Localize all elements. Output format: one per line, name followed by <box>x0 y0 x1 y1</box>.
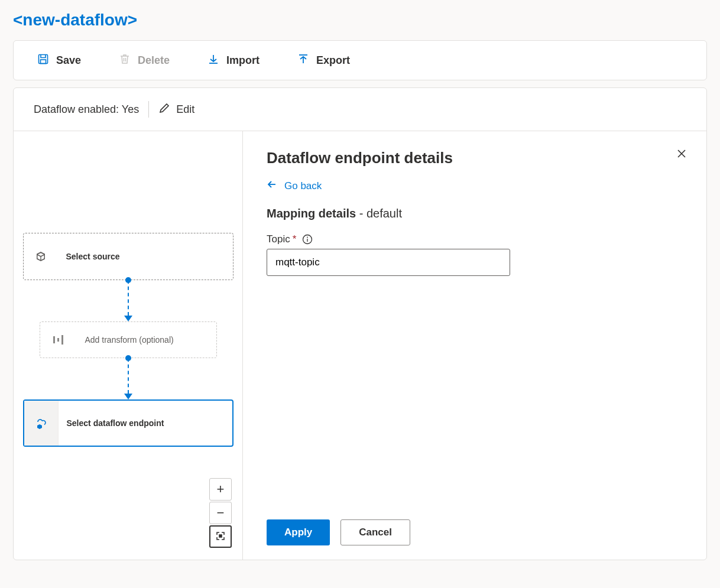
endpoint-node[interactable]: Select dataflow endpoint <box>23 399 233 447</box>
go-back-label: Go back <box>284 180 322 192</box>
page-title: <new-dataflow> <box>0 0 720 40</box>
content-body: Select source Add transform (optional) <box>14 131 706 560</box>
arrow-left-icon <box>267 179 277 193</box>
topic-input[interactable] <box>267 249 510 276</box>
svg-rect-4 <box>61 335 63 345</box>
transform-label: Add transform (optional) <box>77 335 174 345</box>
close-button[interactable] <box>676 148 687 162</box>
mapping-details-value: default <box>367 207 402 220</box>
diagram-pane: Select source Add transform (optional) <box>14 131 243 560</box>
edit-label: Edit <box>176 103 194 116</box>
info-icon[interactable] <box>302 234 313 245</box>
upload-icon <box>297 53 309 68</box>
zoom-out-button[interactable]: − <box>209 502 232 524</box>
save-icon <box>37 53 49 68</box>
edit-button[interactable]: Edit <box>158 102 194 117</box>
save-label: Save <box>56 54 81 67</box>
cloud-cube-icon <box>24 401 59 446</box>
source-node[interactable]: Select source <box>23 233 233 280</box>
plus-icon: + <box>217 482 225 497</box>
transform-icon <box>40 335 77 345</box>
footer-buttons: Apply Cancel <box>267 519 683 545</box>
import-label: Import <box>226 54 260 67</box>
svg-rect-2 <box>53 336 55 343</box>
apply-button[interactable]: Apply <box>267 519 330 545</box>
details-title: Dataflow endpoint details <box>267 149 683 167</box>
content-panel: Dataflow enabled: Yes Edit Select source <box>13 87 707 560</box>
delete-button: Delete <box>108 47 180 74</box>
go-back-link[interactable]: Go back <box>267 179 683 193</box>
dataflow-enabled-status: Dataflow enabled: Yes <box>34 103 139 116</box>
zoom-fit-button[interactable] <box>209 525 232 548</box>
endpoint-label: Select dataflow endpoint <box>59 418 164 428</box>
status-row: Dataflow enabled: Yes Edit <box>14 88 706 131</box>
cube-icon <box>24 251 58 262</box>
zoom-controls: + − <box>209 478 232 549</box>
divider <box>148 101 149 118</box>
import-button[interactable]: Import <box>197 47 270 74</box>
cancel-button[interactable]: Cancel <box>340 519 410 545</box>
toolbar: Save Delete Import Export <box>13 40 707 80</box>
details-pane: Dataflow endpoint details Go back Mappin… <box>243 131 706 560</box>
svg-rect-3 <box>57 338 59 342</box>
save-button[interactable]: Save <box>27 47 92 74</box>
close-icon <box>676 151 687 161</box>
source-label: Select source <box>58 252 120 261</box>
delete-label: Delete <box>138 54 170 67</box>
mapping-details: Mapping details - default <box>267 207 683 220</box>
topic-field-label: Topic * <box>267 233 683 245</box>
mapping-details-label: Mapping details <box>267 207 356 220</box>
export-button[interactable]: Export <box>287 47 361 74</box>
export-label: Export <box>316 54 350 67</box>
download-icon <box>207 53 219 68</box>
transform-node[interactable]: Add transform (optional) <box>40 321 217 358</box>
fit-screen-icon <box>216 529 225 544</box>
required-indicator: * <box>293 233 297 245</box>
minus-icon: − <box>217 505 225 521</box>
trash-icon <box>119 53 131 68</box>
svg-point-7 <box>307 237 308 238</box>
pencil-icon <box>158 102 170 117</box>
connector <box>124 358 132 399</box>
svg-rect-5 <box>219 535 222 537</box>
zoom-in-button[interactable]: + <box>209 478 232 501</box>
connector <box>124 280 132 321</box>
svg-rect-1 <box>41 60 46 64</box>
